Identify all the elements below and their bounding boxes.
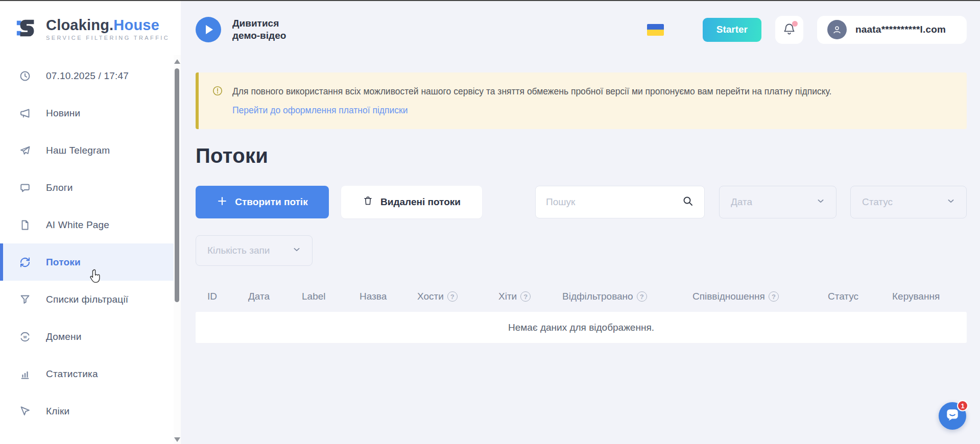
megaphone-icon — [18, 107, 32, 119]
sidebar-item-telegram[interactable]: Наш Telegram — [0, 132, 174, 169]
search-icon[interactable] — [682, 195, 694, 209]
deleted-flows-button[interactable]: Видалені потоки — [341, 186, 482, 218]
app-window: Cloaking.House SERVICE FILTERING TRAFFIC… — [0, 0, 980, 444]
sidebar-scrollbar[interactable] — [174, 55, 181, 444]
domain-globe-icon: w — [18, 331, 32, 343]
plan-badge-button[interactable]: Starter — [703, 18, 761, 42]
sidebar-item-label: Потоки — [46, 257, 81, 268]
trial-warning-banner: Для повного використання всіх можливосте… — [196, 72, 967, 129]
sidebar-item-label: Блоги — [46, 182, 73, 193]
search-input[interactable] — [546, 196, 682, 208]
sidebar-item-label: Кліки — [46, 406, 69, 417]
help-icon[interactable]: ? — [769, 291, 779, 302]
status-filter-label: Статус — [862, 196, 893, 208]
per-page-dropdown[interactable]: Кількість запи — [196, 235, 313, 266]
toolbar: Створити потік Видалені потоки Дата — [196, 186, 967, 218]
user-avatar-icon — [827, 20, 847, 39]
sidebar-item-label: Наш Telegram — [46, 145, 110, 156]
sidebar-item-domains[interactable]: w Домени — [0, 318, 174, 355]
play-icon — [196, 17, 221, 42]
chat-bubble-icon — [18, 182, 32, 194]
sidebar-item-label: Домени — [46, 331, 82, 342]
brand-name-dark: Cloaking. — [46, 17, 113, 33]
page-title: Потоки — [196, 144, 967, 167]
column-header-filtered: Відфільтровано? — [562, 291, 692, 302]
sidebar-item-label: Списки фільтрації — [46, 294, 128, 305]
date-filter-dropdown[interactable]: Дата — [719, 186, 836, 218]
warning-circle-icon — [212, 85, 223, 98]
column-header-status: Статус — [828, 291, 892, 302]
date-filter-label: Дата — [731, 196, 752, 208]
brand-logo[interactable]: Cloaking.House SERVICE FILTERING TRAFFIC — [0, 1, 181, 42]
sidebar-item-label: Статистика — [46, 368, 98, 380]
column-header-id: ID — [207, 291, 248, 302]
brand-tagline: SERVICE FILTERING TRAFFIC — [46, 35, 170, 41]
clock-icon — [18, 70, 32, 82]
cursor-arrow-icon — [18, 405, 32, 417]
column-header-hits: Хіти? — [498, 291, 562, 302]
empty-state-text: Немає даних для відображення. — [508, 322, 654, 333]
chat-launcher-button[interactable]: 1 — [939, 402, 966, 430]
column-header-date: Дата — [248, 291, 302, 302]
scroll-up-arrow[interactable] — [174, 59, 180, 64]
column-header-ratio: Співвідношення? — [692, 291, 828, 302]
column-header-label: Label — [302, 291, 360, 302]
sidebar-nav: 07.10.2025 / 17:47 Новини Наш Telegram Б… — [0, 57, 174, 430]
help-icon[interactable]: ? — [637, 291, 647, 302]
help-icon[interactable]: ? — [447, 291, 458, 302]
topbar: Дивитися демо-відео Starter naata*******… — [181, 1, 980, 58]
sidebar: Cloaking.House SERVICE FILTERING TRAFFIC… — [0, 1, 181, 444]
brand-name: Cloaking.House SERVICE FILTERING TRAFFIC — [46, 17, 170, 41]
sidebar-item-label: 07.10.2025 / 17:47 — [46, 70, 129, 82]
demo-video-button[interactable]: Дивитися демо-відео — [196, 17, 300, 42]
per-page-label: Кількість запи — [207, 245, 270, 256]
chevron-down-icon — [816, 196, 826, 209]
sidebar-item-filter-lists[interactable]: Списки фільтрації — [0, 281, 174, 318]
scrollbar-thumb[interactable] — [175, 68, 179, 302]
sync-arrows-icon — [18, 256, 32, 268]
create-flow-label: Створити потік — [235, 196, 307, 208]
svg-text:w: w — [23, 334, 27, 339]
user-email: naata**********l.com — [855, 24, 946, 35]
sidebar-item-ai-white-page[interactable]: AI White Page — [0, 206, 174, 243]
bar-chart-icon — [18, 368, 32, 380]
sidebar-item-clicks[interactable]: Кліки — [0, 392, 174, 430]
deleted-flows-label: Видалені потоки — [380, 196, 461, 208]
sidebar-item-statistics[interactable]: Статистика — [0, 355, 174, 392]
notification-dot — [792, 21, 798, 27]
sidebar-item-label: AI White Page — [46, 219, 109, 231]
chat-unread-badge: 1 — [957, 400, 968, 411]
column-header-controls: Керування — [892, 291, 967, 302]
banner-message: Для повного використання всіх можливосте… — [232, 85, 951, 98]
brand-logo-icon — [15, 16, 39, 42]
sidebar-item-flows[interactable]: Потоки — [0, 243, 174, 281]
search-field — [535, 186, 705, 218]
sidebar-item-label: Новини — [46, 108, 80, 119]
column-header-hosts: Хости? — [417, 291, 498, 302]
create-flow-button[interactable]: Створити потік — [196, 186, 329, 218]
chat-bubble-icon — [945, 407, 960, 425]
help-icon[interactable]: ? — [520, 291, 531, 302]
brand-name-accent: House — [113, 17, 159, 33]
trash-icon — [363, 195, 373, 209]
demo-video-label: Дивитися демо-відео — [232, 17, 300, 42]
funnel-icon — [18, 293, 32, 306]
sidebar-item-date[interactable]: 07.10.2025 / 17:47 — [0, 57, 174, 94]
column-header-name: Назва — [360, 291, 417, 302]
user-account-button[interactable]: naata**********l.com — [817, 16, 967, 44]
chevron-down-icon — [292, 244, 302, 257]
upgrade-subscription-link[interactable]: Перейти до оформлення платної підписки — [232, 105, 408, 116]
secondary-filters: Кількість запи — [196, 235, 967, 266]
table-header-row: ID Дата Label Назва Хости? Хіти? Відфіль… — [196, 281, 967, 312]
sidebar-item-blogs[interactable]: Блоги — [0, 169, 174, 206]
notifications-button[interactable] — [775, 16, 803, 44]
language-flag-ukraine[interactable] — [647, 24, 664, 36]
main-area: Дивитися демо-відео Starter naata*******… — [181, 1, 980, 444]
scroll-down-arrow[interactable] — [174, 437, 180, 442]
table-empty-state: Немає даних для відображення. — [196, 312, 967, 343]
chevron-down-icon — [946, 196, 956, 209]
page-icon — [18, 219, 32, 231]
status-filter-dropdown[interactable]: Статус — [850, 186, 967, 218]
sidebar-item-news[interactable]: Новини — [0, 94, 174, 132]
content: Потоки Створити потік Видалені потоки — [181, 144, 980, 343]
